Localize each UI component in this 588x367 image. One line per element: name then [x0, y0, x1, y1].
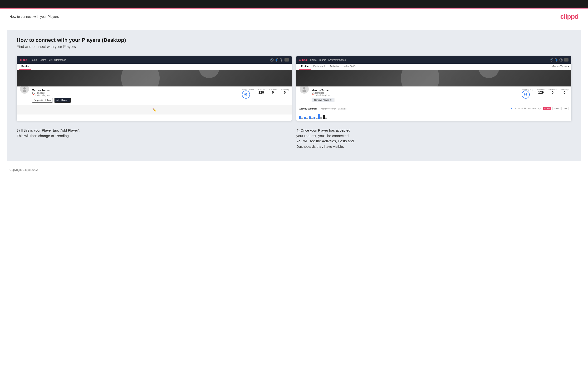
bar-group-4: [313, 117, 318, 119]
followers-label-1: Followers: [269, 88, 277, 91]
tab-profile-2[interactable]: Profile: [299, 64, 311, 70]
profile-banner-2: [296, 70, 571, 86]
profile-info-1: Marcus Turner 1-5 Handicap 📍 United King…: [17, 86, 292, 105]
filter-3mths[interactable]: 3 mths: [552, 107, 560, 110]
app-navbar-1: clippd Home Teams My Performance 🔍 👤 ⚙: [17, 56, 292, 64]
app-nav-items-2: Home Teams My Performance: [310, 59, 550, 61]
activity-header: Activity Summary Monthly Activity - 6 Mo…: [299, 106, 569, 110]
activities-value-1: 129: [257, 91, 265, 94]
main-content: How to connect with your Players (Deskto…: [7, 30, 581, 161]
bar-on-3: [309, 117, 311, 119]
user-icon-2[interactable]: 👤: [555, 58, 558, 61]
following-label-1: Following: [281, 88, 289, 91]
add-player-button[interactable]: Add Player +: [54, 98, 71, 103]
bar-off-5: [320, 117, 322, 119]
avatar-sq-1[interactable]: [285, 58, 289, 61]
svg-point-0: [23, 87, 26, 90]
activity-left: Activity Summary Monthly Activity - 6 Mo…: [299, 106, 346, 110]
nav-myperformance-1[interactable]: My Performance: [49, 59, 66, 61]
bar-on-1: [299, 116, 301, 119]
followers-value-2: 0: [548, 91, 557, 94]
tab-profile-1[interactable]: Profile: [19, 64, 31, 70]
remove-player-button[interactable]: Remove Player ✕: [311, 98, 334, 102]
tab-dashboard-2[interactable]: Dashboard: [311, 64, 327, 70]
activities-value-2: 129: [537, 91, 545, 94]
off-course-label: Off course: [527, 107, 536, 109]
following-stat-1: Following 0: [281, 88, 289, 94]
breadcrumb: How to connect with your Players: [9, 15, 59, 18]
filter-1mth[interactable]: 1 mth: [561, 107, 569, 110]
tab-activities-2[interactable]: Activities: [327, 64, 341, 70]
nav-home-2[interactable]: Home: [310, 59, 317, 61]
bar-off-3: [311, 118, 313, 119]
profile-buttons-1: Request to Follow Add Player +: [32, 98, 240, 103]
profile-stats-2: Player Quality 92 Activities 129 Followe…: [522, 88, 569, 99]
search-icon-1[interactable]: 🔍: [270, 58, 274, 61]
activity-filters: On course Off course 1 yr 6 mths 3 mths …: [511, 107, 569, 110]
bar-off-6: [325, 117, 327, 119]
caption-block-1: 3) If this is your Player tap, 'Add Play…: [17, 128, 292, 149]
scroll-icon-1: ✏️: [152, 108, 156, 112]
player-name-2: Marcus Turner: [311, 89, 519, 92]
nav-home-1[interactable]: Home: [30, 59, 37, 61]
settings-icon-1[interactable]: ⚙: [280, 58, 283, 61]
activity-bars: [299, 112, 569, 119]
screenshot-bottom-1: ✏️: [17, 105, 292, 115]
copyright-text: Copyright Clippd 2022: [9, 168, 38, 172]
location-icon-1: 📍: [32, 94, 35, 96]
bar-group-1: [299, 116, 303, 119]
main-subtitle: Find and connect with your Players: [17, 45, 571, 49]
filter-1yr[interactable]: 1 yr: [537, 107, 542, 110]
nav-myperformance-2[interactable]: My Performance: [329, 59, 346, 61]
svg-point-2: [303, 87, 305, 90]
bar-group-5: [318, 114, 322, 119]
tab-what-to-on-2[interactable]: What To On: [342, 64, 359, 70]
followers-stat-2: Followers 0: [548, 88, 557, 94]
app-nav-items-1: Home Teams My Performance: [30, 59, 270, 61]
player-location-1: 📍 United Kingdom: [32, 94, 240, 96]
quality-value-2: 92: [522, 91, 530, 99]
profile-info-2: Marcus Turner 1-5 Handicap 📍 United King…: [296, 86, 571, 105]
player-quality-stat-2: Player Quality 92: [522, 88, 534, 99]
activity-summary: Activity Summary Monthly Activity - 6 Mo…: [296, 105, 571, 121]
caption-text-2: 4) Once your Player has accepted your re…: [296, 128, 571, 149]
request-follow-button[interactable]: Request to Follow: [32, 98, 53, 103]
avatar-sq-2[interactable]: [564, 58, 569, 61]
quality-label-1: Player Quality: [242, 88, 254, 91]
screenshot-2: clippd Home Teams My Performance 🔍 👤 ⚙ P…: [296, 56, 571, 121]
search-icon-2[interactable]: 🔍: [550, 58, 553, 61]
close-icon: ✕: [330, 99, 332, 101]
app-logo-2: clippd: [299, 58, 307, 61]
followers-label-2: Followers: [548, 88, 557, 91]
following-label-2: Following: [560, 88, 569, 91]
profile-details-2: Marcus Turner 1-5 Handicap 📍 United King…: [311, 88, 519, 102]
bar-group-6: [323, 115, 327, 119]
main-title: How to connect with your Players (Deskto…: [17, 37, 571, 43]
app-nav-icons-2: 🔍 👤 ⚙: [550, 58, 569, 61]
header-divider: [9, 25, 579, 25]
bar-group-3: [309, 117, 313, 119]
settings-icon-2[interactable]: ⚙: [560, 58, 563, 61]
filter-6mths[interactable]: 6 mths: [543, 107, 551, 110]
on-course-label: On course: [514, 107, 523, 109]
app-tabs-2: Profile Dashboard Activities What To On …: [296, 64, 571, 70]
nav-teams-1[interactable]: Teams: [39, 59, 46, 61]
bar-off-1: [301, 117, 303, 119]
app-tabs-1: Profile: [17, 64, 292, 70]
banner-overlay-2: [296, 70, 571, 86]
filter-legend: On course Off course: [511, 107, 536, 109]
user-icon-1[interactable]: 👤: [275, 58, 278, 61]
nav-teams-2[interactable]: Teams: [319, 59, 326, 61]
player-handicap-1: 1-5 Handicap: [32, 92, 240, 94]
svg-point-3: [302, 90, 306, 92]
player-handicap-2: 1-5 Handicap: [311, 92, 519, 94]
following-value-2: 0: [560, 91, 569, 94]
top-bar: [0, 0, 588, 8]
bar-on-2: [304, 117, 306, 119]
screenshots-row: clippd Home Teams My Performance 🔍 👤 ⚙ P…: [17, 56, 571, 121]
activities-label-2: Activities: [537, 88, 545, 91]
page-footer: Copyright Clippd 2022: [0, 166, 588, 176]
bar-off-4: [316, 118, 318, 119]
followers-value-1: 0: [269, 91, 277, 94]
following-value-1: 0: [281, 91, 289, 94]
